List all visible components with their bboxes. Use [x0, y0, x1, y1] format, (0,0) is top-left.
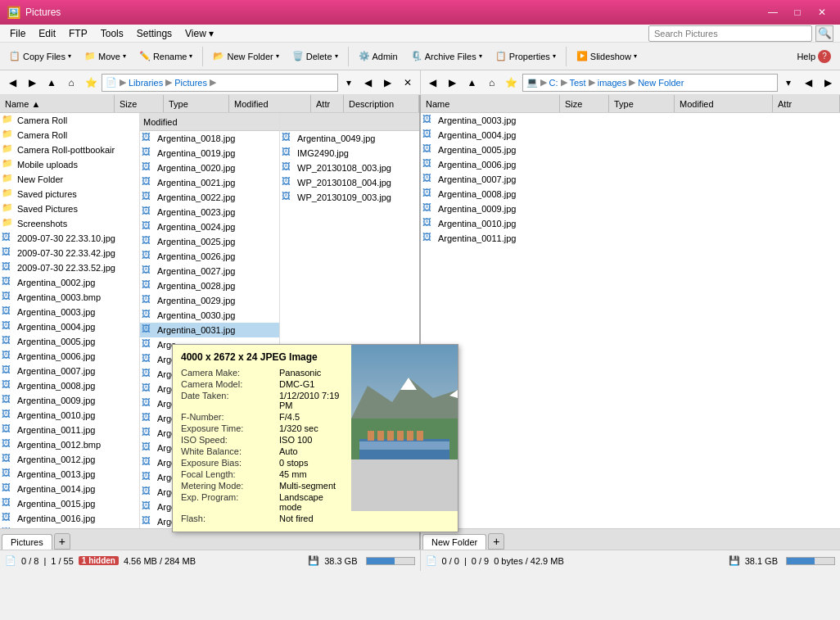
tab-add-left[interactable]: + — [54, 533, 70, 550]
list-item[interactable]: 🖼Argentina_0004.jpg — [0, 319, 139, 334]
list-item[interactable]: 📁New Folder — [0, 172, 139, 187]
left-path[interactable]: 📄 ▶ Libraries ▶ Pictures ▶ — [102, 74, 338, 92]
search-button[interactable]: 🔍 — [815, 25, 833, 42]
list-item[interactable]: 🖼Argentina_0011.jpg — [0, 423, 139, 437]
list-item[interactable]: 📁Camera Roll — [0, 128, 139, 143]
list-item[interactable]: 🖼WP_20130108_004.jpg — [280, 175, 419, 190]
list-item[interactable]: 📁Mobile uploads — [0, 157, 139, 172]
menu-settings[interactable]: Settings — [130, 26, 178, 41]
list-item[interactable]: 🖼IMG2490.jpg — [280, 146, 419, 161]
list-item[interactable]: 🖼Argentina_0012.jpg — [0, 452, 139, 467]
list-item[interactable]: 🖼Argentina_0010.jpg — [421, 216, 840, 231]
list-item[interactable]: 🖼Argentina_0019.jpg — [140, 146, 279, 161]
nav-forward-right[interactable]: ▶ — [444, 74, 462, 92]
list-item[interactable]: 🖼2009-07-30 22.33.52.jpg — [0, 260, 139, 275]
path-c[interactable]: C: — [549, 78, 558, 88]
move-button[interactable]: 📁 Move ▾ — [79, 45, 132, 68]
nav-close-left[interactable]: ✕ — [399, 74, 417, 92]
list-item[interactable]: 🖼Argentina_0009.jpg — [421, 201, 840, 216]
list-item[interactable]: 🖼Argentina_0010.jpg — [0, 408, 139, 423]
menu-edit[interactable]: Edit — [32, 26, 62, 41]
nav-dropdown-left[interactable]: ▾ — [340, 74, 358, 92]
tab-pictures[interactable]: Pictures — [2, 534, 52, 550]
nav-dropdown-right[interactable]: ▾ — [779, 74, 797, 92]
properties-button[interactable]: 📋 Properties ▾ — [490, 45, 562, 68]
nav-home-right[interactable]: ⌂ — [483, 74, 501, 92]
close-button[interactable]: ✕ — [811, 4, 833, 20]
list-item[interactable]: 🖼Argentina_0005.jpg — [421, 143, 840, 157]
right-col-header-name[interactable]: Name — [421, 95, 560, 112]
list-item[interactable]: 🖼Argentina_0017.jpg — [0, 526, 139, 528]
archive-button[interactable]: 🗜️ Archive Files ▾ — [405, 45, 488, 68]
menu-file[interactable]: File — [3, 26, 32, 41]
path-test[interactable]: Test — [570, 78, 586, 88]
path-newfolder[interactable]: New Folder — [638, 78, 684, 88]
delete-button[interactable]: 🗑️ Delete ▾ — [287, 45, 344, 68]
new-folder-button[interactable]: 📂 New Folder ▾ — [207, 45, 284, 68]
slideshow-button[interactable]: ▶️ Slideshow ▾ — [571, 45, 643, 68]
list-item[interactable]: 🖼Argentina_0003.jpg — [421, 113, 840, 128]
nav-back-right[interactable]: ◀ — [424, 74, 442, 92]
nav-back-left[interactable]: ◀ — [3, 74, 21, 92]
col-header-desc[interactable]: Description — [344, 95, 419, 112]
list-item[interactable]: 🖼Argentina_0005.jpg — [0, 334, 139, 349]
list-item[interactable]: 🖼Argentina_0024.jpg — [140, 219, 279, 234]
list-item[interactable]: 🖼Argentina_0003.jpg — [0, 305, 139, 319]
list-item[interactable]: 📁Camera Roll — [0, 113, 139, 128]
nav-forward-left[interactable]: ▶ — [23, 74, 41, 92]
list-item[interactable]: 🖼WP_20130109_003.jpg — [280, 190, 419, 205]
list-item[interactable]: 📁Saved Pictures — [0, 201, 139, 216]
list-item[interactable]: 🖼Argentina_0011.jpg — [421, 231, 840, 246]
list-item[interactable]: 🖼Argentina_0020.jpg — [140, 161, 279, 175]
list-item[interactable]: 🖼Argentina_0009.jpg — [0, 393, 139, 408]
list-item[interactable]: 🖼2009-07-30 22.33.42.jpg — [0, 246, 139, 260]
col-header-name[interactable]: Name ▲ — [0, 95, 115, 112]
list-item[interactable]: 🖼Argentina_0012.bmp — [0, 437, 139, 452]
nav-next-left[interactable]: ▶ — [379, 74, 397, 92]
right-col-header-modified[interactable]: Modified — [675, 95, 773, 112]
col-header-type[interactable]: Type — [164, 95, 229, 112]
right-col-header-attr[interactable]: Attr — [773, 95, 840, 112]
list-item[interactable]: 🖼Argentina_0016.jpg — [0, 511, 139, 526]
list-item[interactable]: 🖼WP_20130108_003.jpg — [280, 161, 419, 175]
path-pictures[interactable]: Pictures — [174, 78, 207, 88]
list-item[interactable]: 🖼Argentina_0021.jpg — [140, 175, 279, 190]
list-item[interactable]: 🖼Argentina_0025.jpg — [140, 234, 279, 249]
list-item[interactable]: 🖼Argentina_0007.jpg — [0, 364, 139, 378]
list-item[interactable]: 🖼Argentina_0023.jpg — [140, 205, 279, 219]
list-item[interactable]: 🖼Argentina_0008.jpg — [0, 378, 139, 393]
list-item[interactable]: 🖼Argentina_0026.jpg — [140, 249, 279, 264]
list-item[interactable]: 🖼Argentina_0029.jpg — [140, 293, 279, 308]
tab-add-right[interactable]: + — [488, 533, 504, 550]
list-item[interactable]: 🖼Argentina_0030.jpg — [140, 308, 279, 323]
maximize-button[interactable]: □ — [786, 4, 809, 20]
nav-home-left[interactable]: ⌂ — [62, 74, 80, 92]
search-input[interactable] — [648, 25, 812, 42]
list-item[interactable]: 🖼Argentina_0008.jpg — [421, 187, 840, 201]
nav-up-left[interactable]: ▲ — [43, 74, 61, 92]
col-header-size[interactable]: Size — [115, 95, 164, 112]
list-item[interactable]: 🖼Argentina_0027.jpg — [140, 264, 279, 278]
menu-tools[interactable]: Tools — [94, 26, 130, 41]
admin-button[interactable]: ⚙️ Admin — [353, 45, 404, 68]
menu-view[interactable]: View ▾ — [178, 26, 220, 41]
right-col-header-type[interactable]: Type — [609, 95, 675, 112]
list-item[interactable]: 🖼Argentina_0003.bmp — [0, 290, 139, 305]
copy-files-button[interactable]: 📋 Copy Files ▾ — [3, 45, 77, 68]
list-item[interactable]: 🖼Argentina_0006.jpg — [0, 349, 139, 364]
nav-next-right[interactable]: ▶ — [819, 74, 837, 92]
right-col-header-size[interactable]: Size — [560, 95, 609, 112]
list-item[interactable]: 📁Camera Roll-pottbookair — [0, 143, 139, 157]
nav-up-right[interactable]: ▲ — [463, 74, 481, 92]
minimize-button[interactable]: — — [761, 4, 784, 20]
path-libraries[interactable]: Libraries — [129, 78, 163, 88]
list-item[interactable]: 🖼Argentina_0007.jpg — [421, 172, 840, 187]
tab-new-folder[interactable]: New Folder — [422, 534, 486, 550]
list-item[interactable]: 🖼2009-07-30 22.33.10.jpg — [0, 231, 139, 246]
right-path[interactable]: 💻 ▶ C: ▶ Test ▶ images ▶ New Folder — [522, 74, 779, 92]
rename-button[interactable]: ✏️ Rename ▾ — [133, 45, 199, 68]
list-item[interactable]: 🖼Argentina_0018.jpg — [140, 131, 279, 146]
list-item[interactable]: 🖼Argentina_0049.jpg — [280, 131, 419, 146]
nav-bookmark-left[interactable]: ⭐ — [82, 74, 100, 92]
list-item[interactable]: 🖼Argentina_0014.jpg — [0, 482, 139, 496]
